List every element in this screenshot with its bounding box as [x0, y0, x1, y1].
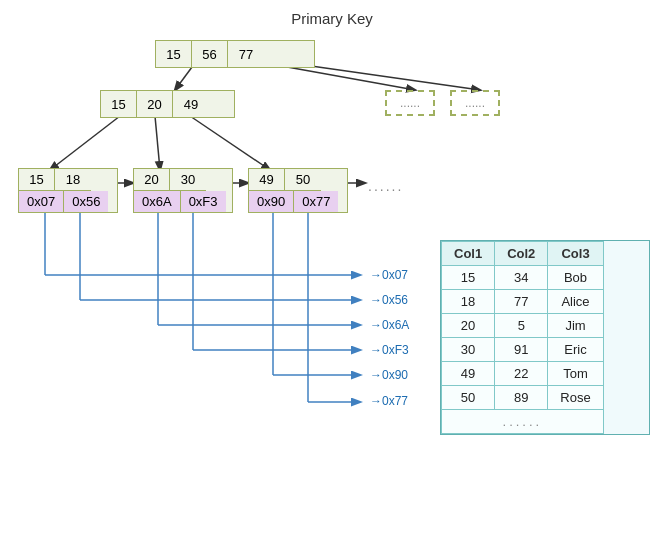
leaf3-bot-1: 0x90	[249, 191, 294, 212]
cell-2-3: Alice	[548, 290, 603, 314]
leaf2-bot-2: 0xF3	[181, 191, 226, 212]
table-row: 20 5 Jim	[442, 314, 604, 338]
leaf1-bot-2: 0x56	[64, 191, 108, 212]
root-cell-3: 77	[228, 41, 264, 67]
table-row: 50 89 Rose	[442, 386, 604, 410]
cell-6-1: 50	[442, 386, 495, 410]
leaf3-top-2: 50	[285, 169, 321, 191]
cell-4-3: Eric	[548, 338, 603, 362]
cell-3-2: 5	[495, 314, 548, 338]
cell-2-2: 77	[495, 290, 548, 314]
svg-line-4	[155, 116, 160, 170]
leaf1-top-2: 18	[55, 169, 91, 191]
svg-line-2	[290, 63, 480, 90]
cell-6-2: 89	[495, 386, 548, 410]
leaf2-bot-1: 0x6A	[134, 191, 181, 212]
table-row-ellipsis: ......	[442, 410, 604, 434]
addr-label-5: →0x90	[370, 368, 408, 382]
col-header-3: Col3	[548, 242, 603, 266]
table-row: 15 34 Bob	[442, 266, 604, 290]
table-row: 18 77 Alice	[442, 290, 604, 314]
leaf-node-2: 20 30 0x6A 0xF3	[133, 168, 233, 213]
root-cell-2: 56	[192, 41, 228, 67]
addr-label-6: →0x77	[370, 394, 408, 408]
leaf-ellipsis: ......	[368, 178, 403, 194]
cell-3-3: Jim	[548, 314, 603, 338]
dashed-box-2: ......	[450, 90, 500, 116]
l2-cell-1: 15	[101, 91, 137, 117]
table-row: 49 22 Tom	[442, 362, 604, 386]
table-row: 30 91 Eric	[442, 338, 604, 362]
l2-cell-2: 20	[137, 91, 173, 117]
cell-1-1: 15	[442, 266, 495, 290]
col-header-1: Col1	[442, 242, 495, 266]
leaf-node-1: 15 18 0x07 0x56	[18, 168, 118, 213]
cell-6-3: Rose	[548, 386, 603, 410]
dashed-box-1: ......	[385, 90, 435, 116]
root-node: 15 56 77	[155, 40, 315, 68]
cell-1-3: Bob	[548, 266, 603, 290]
col-header-2: Col2	[495, 242, 548, 266]
leaf3-bot-2: 0x77	[294, 191, 338, 212]
page-title: Primary Key	[0, 10, 664, 27]
table-ellipsis: ......	[442, 410, 604, 434]
root-cell-1: 15	[156, 41, 192, 67]
addr-label-4: →0xF3	[370, 343, 409, 357]
leaf-node-3: 49 50 0x90 0x77	[248, 168, 348, 213]
leaf2-top-1: 20	[134, 169, 170, 191]
addr-label-1: →0x07	[370, 268, 408, 282]
data-table: Col1 Col2 Col3 15 34 Bob 18 77 Alice 20 …	[440, 240, 650, 435]
leaf3-top-1: 49	[249, 169, 285, 191]
svg-line-5	[190, 116, 270, 170]
diagram: Primary Key	[0, 0, 664, 534]
cell-5-3: Tom	[548, 362, 603, 386]
cell-4-2: 91	[495, 338, 548, 362]
l2-cell-3: 49	[173, 91, 209, 117]
svg-line-3	[50, 116, 120, 170]
leaf1-bot-1: 0x07	[19, 191, 64, 212]
cell-5-1: 49	[442, 362, 495, 386]
leaf2-top-2: 30	[170, 169, 206, 191]
cell-4-1: 30	[442, 338, 495, 362]
cell-2-1: 18	[442, 290, 495, 314]
data-table-inner: Col1 Col2 Col3 15 34 Bob 18 77 Alice 20 …	[441, 241, 604, 434]
addr-label-2: →0x56	[370, 293, 408, 307]
addr-label-3: →0x6A	[370, 318, 409, 332]
cell-3-1: 20	[442, 314, 495, 338]
level2-node-left: 15 20 49	[100, 90, 235, 118]
leaf1-top-1: 15	[19, 169, 55, 191]
cell-1-2: 34	[495, 266, 548, 290]
cell-5-2: 22	[495, 362, 548, 386]
